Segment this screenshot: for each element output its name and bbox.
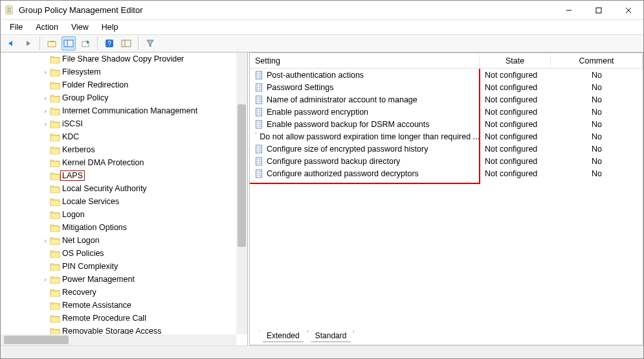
expand-caret-icon[interactable]: › xyxy=(41,94,50,102)
tree-item[interactable]: › Group Policy xyxy=(1,91,247,104)
list-row[interactable]: Configure size of encrypted password his… xyxy=(250,143,643,155)
setting-state: Not configured xyxy=(480,108,551,117)
svg-point-35 xyxy=(257,101,258,102)
forward-button[interactable] xyxy=(21,36,35,51)
tree-item[interactable]: › Power Management xyxy=(1,273,247,286)
tree-item-label: PIN Complexity xyxy=(60,261,120,272)
policy-setting-icon xyxy=(255,83,264,92)
menu-action[interactable]: Action xyxy=(29,21,65,33)
maximize-button[interactable] xyxy=(584,1,614,19)
folder-icon xyxy=(50,133,60,141)
setting-name: Configure authorized password decryptors xyxy=(267,169,419,178)
tree-horizontal-scrollbar[interactable] xyxy=(1,334,236,345)
menu-view[interactable]: View xyxy=(65,21,95,33)
minimize-button[interactable] xyxy=(554,1,584,19)
back-button[interactable] xyxy=(4,36,18,51)
tree-item[interactable]: KDC xyxy=(1,130,247,143)
show-hide-tree-button[interactable] xyxy=(61,36,76,51)
tree-item[interactable]: Kerberos xyxy=(1,143,247,156)
tree-item-label: Filesystem xyxy=(60,67,103,77)
expand-caret-icon[interactable]: › xyxy=(41,237,50,245)
up-button[interactable] xyxy=(45,36,59,51)
tree-item[interactable]: Kernel DMA Protection xyxy=(1,156,247,169)
tree-pane: File Share Shadow Copy Provider› Filesys… xyxy=(1,52,248,345)
tree-item[interactable]: Local Security Authority xyxy=(1,182,247,195)
expand-caret-icon[interactable]: › xyxy=(41,68,50,76)
tree-item-label: iSCSI xyxy=(60,119,85,129)
tree-vertical-scrollbar[interactable] xyxy=(236,52,247,334)
toolbar-separator xyxy=(39,37,40,50)
tree-item-label: Remote Assistance xyxy=(60,300,133,310)
tree-item[interactable]: Recovery xyxy=(1,286,247,299)
tree-item[interactable]: Mitigation Options xyxy=(1,221,247,234)
svg-point-26 xyxy=(257,87,258,88)
list-row[interactable]: Password SettingsNot configuredNo xyxy=(250,81,643,93)
title-bar[interactable]: Group Policy Management Editor xyxy=(1,1,643,20)
list-row[interactable]: Post-authentication actionsNot configure… xyxy=(250,69,643,81)
list-row[interactable]: Configure password backup directoryNot c… xyxy=(250,155,643,167)
settings-list[interactable]: Post-authentication actionsNot configure… xyxy=(250,69,643,330)
scroll-thumb[interactable] xyxy=(238,104,246,247)
policy-setting-icon xyxy=(255,132,257,141)
policy-setting-icon xyxy=(255,71,264,80)
menu-file[interactable]: File xyxy=(3,21,29,33)
list-row[interactable]: Name of administrator account to manageN… xyxy=(250,93,643,106)
tree-item[interactable]: File Share Shadow Copy Provider xyxy=(1,52,247,65)
tree-item[interactable]: Folder Redirection xyxy=(1,78,247,91)
expand-caret-icon[interactable]: › xyxy=(41,275,50,284)
setting-name: Enable password backup for DSRM accounts xyxy=(267,120,430,129)
setting-name: Post-authentication actions xyxy=(267,71,364,80)
policy-setting-icon xyxy=(255,120,264,129)
tree-item[interactable]: Logon xyxy=(1,208,247,221)
list-row[interactable]: Enable password encryptionNot configured… xyxy=(250,106,643,118)
tree-item[interactable]: PIN Complexity xyxy=(1,260,247,273)
folder-icon xyxy=(50,146,60,154)
tree-item[interactable]: › Filesystem xyxy=(1,65,247,78)
expand-caret-icon[interactable]: › xyxy=(41,107,50,115)
expand-caret-icon[interactable]: › xyxy=(41,120,50,128)
tree-item[interactable]: LAPS xyxy=(1,169,247,182)
svg-rect-2 xyxy=(7,10,11,10)
list-row[interactable]: Enable password backup for DSRM accounts… xyxy=(250,118,643,130)
tree-item[interactable]: › Internet Communication Management xyxy=(1,104,247,117)
svg-rect-9 xyxy=(64,40,73,47)
tree-item[interactable]: Locale Services xyxy=(1,195,247,208)
setting-comment: No xyxy=(551,83,643,92)
setting-state: Not configured xyxy=(480,145,551,154)
menu-help[interactable]: Help xyxy=(95,21,125,33)
tree-item[interactable]: Remote Procedure Call xyxy=(1,312,247,325)
filter-button[interactable] xyxy=(143,36,157,51)
policy-setting-icon xyxy=(255,108,264,117)
tree-item-label: Internet Communication Management xyxy=(60,106,199,116)
tab-standard[interactable]: Standard xyxy=(307,330,355,342)
tree-item[interactable]: › Net Logon xyxy=(1,234,247,247)
export-button[interactable] xyxy=(78,36,93,51)
help-button[interactable]: ? xyxy=(102,36,117,51)
list-row[interactable]: Configure authorized password decryptors… xyxy=(250,167,643,180)
tree-scroll[interactable]: File Share Shadow Copy Provider› Filesys… xyxy=(1,52,247,345)
tree-item[interactable]: Remote Assistance xyxy=(1,299,247,312)
column-header-comment[interactable]: Comment xyxy=(551,54,643,67)
tree-item[interactable]: › iSCSI xyxy=(1,117,247,130)
column-header-state[interactable]: State xyxy=(480,54,551,67)
column-header-setting[interactable]: Setting xyxy=(250,54,480,67)
setting-state: Not configured xyxy=(480,95,551,104)
setting-comment: No xyxy=(551,108,643,117)
svg-point-59 xyxy=(257,146,258,148)
close-button[interactable] xyxy=(614,1,643,19)
app-icon xyxy=(5,5,15,16)
tree-item-label: Net Logon xyxy=(60,235,102,246)
scroll-thumb[interactable] xyxy=(4,336,69,344)
properties-button[interactable] xyxy=(119,36,133,51)
folder-icon xyxy=(50,262,60,271)
setting-comment: No xyxy=(551,169,643,178)
window-title: Group Policy Management Editor xyxy=(19,5,554,15)
tree-item-label: Local Security Authority xyxy=(60,183,149,194)
folder-icon xyxy=(50,275,60,284)
setting-name: Password Settings xyxy=(267,83,334,92)
tree-item[interactable]: OS Policies xyxy=(1,247,247,260)
svg-point-28 xyxy=(257,89,258,90)
tab-extended[interactable]: Extended xyxy=(259,330,307,342)
list-row[interactable]: Do not allow password expiration time lo… xyxy=(250,130,643,143)
window-controls xyxy=(554,1,643,19)
